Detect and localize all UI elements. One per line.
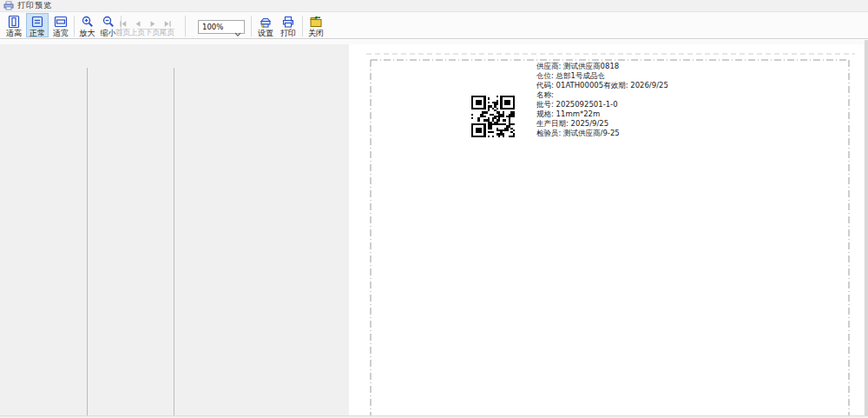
last-page-label: 尾页 xyxy=(160,28,175,36)
print-icon xyxy=(281,15,295,29)
label-line-code-expiry: 代码: 01ATH00005有效期: 2026/9/25 xyxy=(536,81,668,90)
normal-view-label: 正常 xyxy=(30,29,45,37)
preview-area: 供应商: 测试供应商0818 仓位: 总部1号成品仓 代码: 01ATH0000… xyxy=(0,40,868,418)
prev-page-label: 上页 xyxy=(130,28,146,36)
next-page-button[interactable]: 下页 xyxy=(145,15,160,37)
titlebar: 打印预览 xyxy=(0,0,868,12)
label-text-block: 供应商: 测试供应商0818 仓位: 总部1号成品仓 代码: 01ATH0000… xyxy=(536,62,668,138)
chevron-down-icon xyxy=(234,24,241,30)
preview-pasteboard xyxy=(0,44,349,415)
fit-height-icon xyxy=(7,15,21,29)
label-line-production-date: 生产日期: 2025/9/25 xyxy=(536,119,668,129)
fit-width-icon xyxy=(54,15,68,29)
qr-code xyxy=(471,96,515,137)
pasteboard-column-line xyxy=(174,68,174,415)
toolbar-separator xyxy=(251,16,252,36)
zoom-in-icon xyxy=(81,15,95,29)
print-setup-label: 设置 xyxy=(258,29,273,37)
zoom-level-value: 100% xyxy=(202,23,223,31)
close-icon xyxy=(309,15,323,29)
zoom-in-label: 放大 xyxy=(80,29,95,37)
print-preview-window: 打印预览 适高 正常 xyxy=(0,0,868,418)
toolbar: 适高 正常 适宽 xyxy=(0,12,868,39)
fit-height-button[interactable]: 适高 xyxy=(3,13,25,37)
label-line-supplier: 供应商: 测试供应商0818 xyxy=(536,62,668,71)
toolbar-separator xyxy=(302,16,303,36)
label-line-spec: 规格: 11mm*22m xyxy=(536,109,668,119)
zoom-level-select[interactable]: 100% xyxy=(198,20,245,34)
next-page-label: 下页 xyxy=(145,28,161,36)
prev-page-button[interactable]: 上页 xyxy=(130,15,145,37)
close-button[interactable]: 关闭 xyxy=(305,13,327,37)
prev-page-icon xyxy=(132,17,144,28)
print-button[interactable]: 打印 xyxy=(277,13,299,37)
window-right-edge xyxy=(865,40,868,415)
last-page-button[interactable]: 尾页 xyxy=(160,15,174,37)
last-page-icon xyxy=(161,17,174,28)
pasteboard-column-line xyxy=(87,68,88,415)
label-line-warehouse: 仓位: 总部1号成品仓 xyxy=(536,71,668,81)
close-label: 关闭 xyxy=(308,29,324,37)
zoom-out-icon xyxy=(102,15,115,29)
window-title: 打印预览 xyxy=(17,0,52,11)
normal-view-button[interactable]: 正常 xyxy=(26,13,49,37)
label-line-name: 名称: xyxy=(536,90,668,100)
label-line-batch-no: 批号: 2025092501-1-0 xyxy=(536,100,668,109)
fit-width-label: 适宽 xyxy=(53,29,69,37)
next-page-icon xyxy=(147,17,159,28)
first-page-icon xyxy=(117,17,129,28)
first-page-button[interactable]: 首页 xyxy=(115,15,130,37)
toolbar-separator xyxy=(185,16,186,36)
print-label: 打印 xyxy=(280,29,296,37)
print-setup-button[interactable]: 设置 xyxy=(254,13,277,37)
zoom-out-label: 缩小 xyxy=(101,29,116,37)
label-line-inspector: 检验员: 测试供应商/9-25 xyxy=(536,129,668,138)
fit-height-label: 适高 xyxy=(6,29,22,37)
normal-view-icon xyxy=(30,15,44,29)
first-page-label: 首页 xyxy=(115,28,131,36)
zoom-in-button[interactable]: 放大 xyxy=(76,13,98,37)
fit-width-button[interactable]: 适宽 xyxy=(49,13,72,37)
printer-icon xyxy=(3,1,14,10)
print-setup-icon xyxy=(259,15,273,29)
toolbar-separator xyxy=(74,16,75,36)
